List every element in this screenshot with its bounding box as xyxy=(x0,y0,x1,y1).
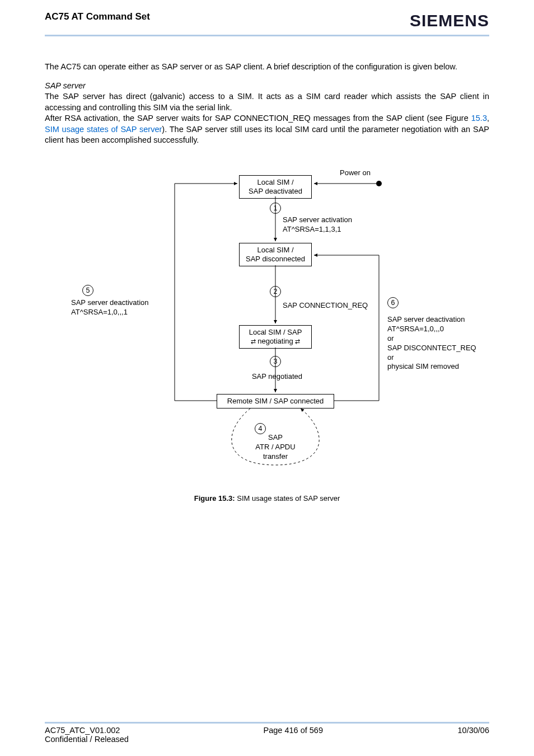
page-header: AC75 AT Command Set SIEMENS xyxy=(45,11,489,30)
footer-confidential: Confidential / Released xyxy=(45,735,129,744)
footer-version: AC75_ATC_V01.002 xyxy=(45,726,129,735)
brand-logo: SIEMENS xyxy=(410,11,489,30)
footer-page: Page 416 of 569 xyxy=(264,726,323,744)
sap-server-p2: After RSA activation, the SAP server wai… xyxy=(45,113,489,146)
doc-title: AC75 AT Command Set xyxy=(45,11,150,22)
intro-paragraph: The AC75 can operate either as SAP serve… xyxy=(45,62,489,73)
header-divider xyxy=(45,35,489,36)
page-footer: AC75_ATC_V01.002 Confidential / Released… xyxy=(45,722,489,744)
sap-server-p1: The SAP server has direct (galvanic) acc… xyxy=(45,91,489,113)
state-diagram: Power on Local SIM / SAP deactivated 1 S… xyxy=(60,168,474,482)
figure-container: Power on Local SIM / SAP deactivated 1 S… xyxy=(45,168,489,503)
figure-ref-link[interactable]: 15.3 xyxy=(471,114,487,123)
footer-divider xyxy=(45,722,489,724)
figure-caption: Figure 15.3: SIM usage states of SAP ser… xyxy=(45,494,489,503)
figure-caption-text: SIM usage states of SAP server xyxy=(235,494,340,503)
footer-date: 10/30/06 xyxy=(458,726,489,744)
diagram-connectors xyxy=(60,168,474,482)
sap-server-heading: SAP server xyxy=(45,81,489,92)
figure-title-link[interactable]: SIM usage states of SAP server xyxy=(45,125,162,134)
body-content: The AC75 can operate either as SAP serve… xyxy=(45,62,489,146)
figure-label: Figure 15.3: xyxy=(194,494,235,503)
